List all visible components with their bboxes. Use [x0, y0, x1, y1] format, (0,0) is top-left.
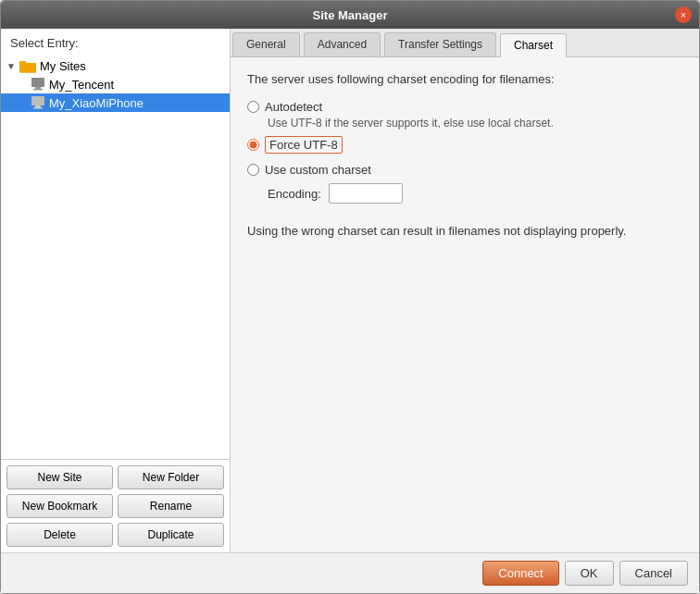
charset-radio-group: Autodetect Use UTF-8 if the server suppo…: [247, 97, 682, 204]
arrow-icon: ▼: [6, 61, 19, 71]
charset-description: The server uses following charset encodi…: [247, 72, 682, 86]
tree-item-my-xiaomiphone[interactable]: My_XiaoMiPhone: [1, 93, 230, 112]
new-bookmark-button[interactable]: New Bookmark: [6, 494, 113, 518]
autodetect-radio[interactable]: [247, 101, 259, 113]
radio-item-force-utf8: Force UTF-8: [247, 133, 682, 156]
left-buttons: New Site New Folder New Bookmark Rename …: [1, 459, 230, 552]
svg-rect-5: [31, 96, 44, 105]
ok-button[interactable]: OK: [565, 561, 614, 586]
folder-icon: [19, 59, 36, 73]
svg-rect-4: [33, 89, 43, 91]
tab-general[interactable]: General: [232, 32, 300, 56]
charset-warning: Using the wrong charset can result in fi…: [247, 224, 682, 238]
connect-button[interactable]: Connect: [482, 561, 558, 586]
tab-advanced[interactable]: Advanced: [304, 32, 381, 56]
tree-area: ▼ My Sites My_Tencent: [1, 54, 230, 459]
svg-rect-2: [31, 78, 44, 87]
right-panel: General Advanced Transfer Settings Chars…: [231, 29, 699, 552]
force-utf8-radio[interactable]: [247, 139, 259, 151]
select-entry-label: Select Entry:: [1, 29, 230, 54]
site-manager-window: Site Manager × Select Entry: ▼ My Sites: [0, 0, 700, 594]
charset-tab-content: The server uses following charset encodi…: [231, 57, 699, 552]
new-site-button[interactable]: New Site: [6, 465, 113, 489]
my-tencent-label: My_Tencent: [49, 78, 114, 92]
my-xiaomiphone-label: My_XiaoMiPhone: [49, 96, 144, 110]
tabs: General Advanced Transfer Settings Chars…: [231, 29, 699, 57]
close-button[interactable]: ×: [675, 6, 692, 23]
svg-rect-3: [35, 87, 41, 89]
radio-item-autodetect: Autodetect: [247, 97, 682, 117]
delete-button[interactable]: Delete: [6, 523, 113, 547]
autodetect-label[interactable]: Autodetect: [265, 100, 322, 114]
tab-charset[interactable]: Charset: [500, 33, 567, 57]
tree-item-my-tencent[interactable]: My_Tencent: [1, 75, 230, 93]
radio-item-custom-charset: Use custom charset: [247, 160, 682, 179]
window-title: Site Manager: [313, 8, 388, 22]
use-custom-label[interactable]: Use custom charset: [265, 163, 371, 177]
titlebar: Site Manager ×: [1, 1, 699, 29]
svg-rect-6: [35, 105, 41, 107]
encoding-label: Encoding:: [268, 187, 321, 201]
main-content: Select Entry: ▼ My Sites: [1, 29, 699, 552]
encoding-row: Encoding:: [268, 183, 682, 204]
svg-rect-1: [19, 61, 26, 65]
computer-icon-2: [31, 95, 45, 110]
computer-icon: [31, 77, 45, 92]
left-panel: Select Entry: ▼ My Sites: [1, 29, 231, 552]
cancel-button[interactable]: Cancel: [619, 561, 688, 586]
duplicate-button[interactable]: Duplicate: [118, 523, 224, 547]
new-folder-button[interactable]: New Folder: [118, 465, 224, 489]
tab-transfer-settings[interactable]: Transfer Settings: [384, 32, 496, 56]
tree-item-my-sites[interactable]: ▼ My Sites: [1, 57, 230, 75]
my-sites-label: My Sites: [40, 59, 86, 73]
use-custom-radio[interactable]: [247, 164, 259, 176]
rename-button[interactable]: Rename: [118, 494, 224, 518]
encoding-input[interactable]: [329, 183, 403, 204]
svg-rect-7: [33, 107, 43, 109]
autodetect-subtext: Use UTF-8 if the server supports it, els…: [268, 117, 682, 130]
force-utf8-label[interactable]: Force UTF-8: [265, 136, 343, 154]
bottom-bar: Connect OK Cancel: [1, 552, 699, 593]
